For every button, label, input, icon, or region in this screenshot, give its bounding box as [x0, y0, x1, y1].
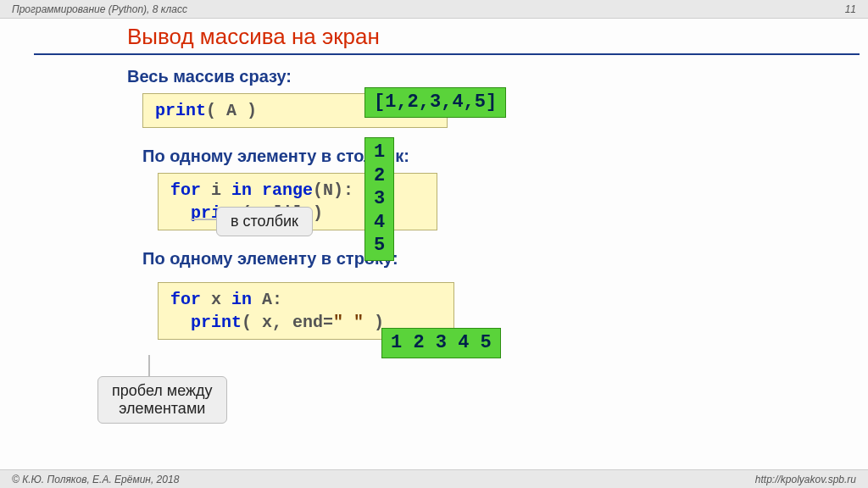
- footer-left: © К.Ю. Поляков, Е.А. Ерёмин, 2018: [12, 474, 179, 485]
- code-rest: ( A ): [206, 101, 257, 120]
- bottom-bar: © К.Ю. Поляков, Е.А. Ерёмин, 2018 http:/…: [0, 469, 868, 488]
- section-whole-heading: Весь массив сразу:: [127, 67, 834, 86]
- output-whole: [1,2,3,4,5]: [364, 87, 506, 118]
- callout-space: пробел между элементами: [97, 376, 227, 424]
- title-underline: [34, 53, 860, 55]
- header-left: Программирование (Python), 8 класс: [12, 3, 187, 15]
- page-number: 11: [845, 3, 856, 15]
- callout-column-connector: [191, 219, 216, 220]
- callout-space-connector: [148, 355, 150, 376]
- slide-title: Вывод массива на экран: [127, 24, 834, 53]
- section-row-heading: По одному элементу в строку:: [142, 249, 834, 269]
- slide-body: Вывод массива на экран Весь массив сразу…: [0, 19, 868, 469]
- output-row: 1 2 3 4 5: [381, 328, 501, 358]
- callout-column: в столбик: [216, 207, 313, 236]
- kw-print: print: [155, 101, 206, 120]
- footer-right: http://kpolyakov.spb.ru: [755, 474, 856, 485]
- top-bar: Программирование (Python), 8 класс 11: [0, 0, 868, 19]
- output-column: 1 2 3 4 5: [364, 137, 394, 261]
- section-column-heading: По одному элементу в столбик:: [142, 147, 834, 166]
